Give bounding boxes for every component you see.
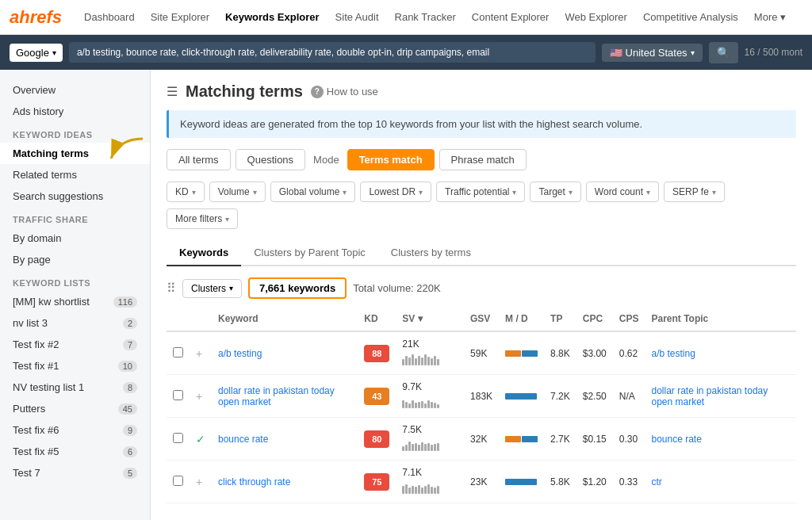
row-action-icon[interactable]: ✓ [196,433,205,445]
row-checkbox[interactable] [173,347,183,358]
sidebar-item-matching-terms[interactable]: Matching terms [0,143,150,164]
main-content: ☰ Matching terms ? How to use Keyword id… [151,70,812,520]
sidebar-item-kwlist-4[interactable]: NV testing list 18 [0,377,150,398]
nav-site-explorer[interactable]: Site Explorer [144,8,216,26]
sidebar-item-kwlist-1[interactable]: nv list 32 [0,312,150,334]
sidebar-item-kwlist-3[interactable]: Test fix #110 [0,355,150,377]
sidebar-item-kwlist-2[interactable]: Test fix #27 [0,334,150,355]
kd-badge: 80 [364,430,389,448]
keyword-link[interactable]: a/b testing [218,348,262,359]
tab-questions[interactable]: Questions [236,149,306,170]
sv-sparkline [402,350,439,365]
country-label: United States [626,47,688,59]
page-title: Matching terms [186,82,303,101]
nav-rank-tracker[interactable]: Rank Tracker [389,8,462,26]
parent-topic-link[interactable]: bounce rate [651,434,701,445]
row-parent-topic-cell: dollar rate in pakistan today open marke… [645,375,796,418]
row-action-cell[interactable]: + [190,461,212,503]
clusters-button[interactable]: Clusters ▾ [182,279,242,298]
sidebar-item-overview[interactable]: Overview [0,79,150,101]
md-bar [505,479,538,485]
engine-selector[interactable]: Google ▾ [10,44,63,62]
content-tab-keywords[interactable]: Keywords [167,240,241,266]
row-checkbox-cell[interactable] [167,418,190,461]
tab-phrase-match[interactable]: Phrase match [439,149,527,170]
filter-lowest-dr[interactable]: Lowest DR▾ [360,182,431,202]
sidebar-item-ads-history[interactable]: Ads history [0,101,150,122]
col-checkbox [167,307,190,331]
sidebar-item-related-terms[interactable]: Related terms [0,164,150,185]
col-keyword: Keyword [212,307,358,331]
row-action-icon[interactable]: + [196,390,202,403]
row-checkbox[interactable] [173,476,183,486]
keyword-search-input[interactable] [69,42,596,63]
filter-volume[interactable]: Volume▾ [209,182,266,202]
parent-topic-link[interactable]: ctr [651,476,661,488]
search-button[interactable]: 🔍 [709,42,738,63]
total-volume-label: Total volume: 220K [353,282,441,294]
filter-global-volume[interactable]: Global volume▾ [270,182,356,202]
row-checkbox-cell[interactable] [167,331,190,375]
row-checkbox[interactable] [173,433,183,443]
row-action-cell[interactable]: + [190,375,212,418]
row-checkbox-cell[interactable] [167,375,190,418]
engine-label: Google [16,47,49,59]
filter-serp-features[interactable]: SERP fe▾ [664,182,725,202]
how-to-use-link[interactable]: ? How to use [311,86,378,98]
row-action-cell[interactable]: + [190,331,212,375]
sidebar-item-search-suggestions[interactable]: Search suggestions [0,185,150,207]
nav-content-explorer[interactable]: Content Explorer [465,8,556,26]
tab-all-terms[interactable]: All terms [167,149,231,170]
nav-web-explorer[interactable]: Web Explorer [558,8,634,26]
row-keyword-cell: click through rate [212,461,358,503]
sidebar-section-keyword-ideas: Keyword ideas [0,122,150,143]
row-checkbox-cell[interactable] [167,461,190,503]
app-layout: Overview Ads history Keyword ideas Match… [0,70,812,520]
row-sv-cell: 7.1K [396,461,464,503]
more-filters-btn[interactable]: More filters▾ [167,208,238,229]
md-bar [505,436,538,442]
keywords-tbody: + a/b testing 88 21K 59K 8.8K $3.00 0.62… [167,331,796,503]
keyword-link[interactable]: dollar rate in pakistan today open marke… [218,385,335,407]
row-action-cell[interactable]: ✓ [190,418,212,461]
col-action [190,307,212,331]
content-tab-clusters-terms[interactable]: Clusters by terms [378,240,484,266]
sidebar-item-kwlist-7[interactable]: Test fix #56 [0,441,150,462]
sidebar-item-by-page[interactable]: By page [0,249,150,270]
keyword-link[interactable]: click through rate [218,476,290,488]
sidebar-item-kwlist-5[interactable]: Putters45 [0,398,150,419]
row-action-icon[interactable]: + [196,347,202,360]
filter-traffic-potential[interactable]: Traffic potential▾ [436,182,525,202]
nav-dashboard[interactable]: Dashboard [78,8,141,26]
parent-topic-link[interactable]: dollar rate in pakistan today open marke… [651,385,768,407]
country-selector[interactable]: 🇺🇸 United States ▾ [602,44,703,62]
sidebar-item-kwlist-8[interactable]: Test 75 [0,462,150,484]
row-md-cell [499,331,544,375]
nav-site-audit[interactable]: Site Audit [329,8,385,26]
row-checkbox[interactable] [173,390,183,400]
filter-tabs: All terms Questions Mode Terms match Phr… [167,149,796,170]
filter-word-count[interactable]: Word count▾ [586,182,659,202]
row-sv-cell: 21K [396,331,464,375]
parent-topic-link[interactable]: a/b testing [651,348,695,359]
sidebar-item-kwlist-0[interactable]: [MM] kw shortlist116 [0,291,150,312]
tab-terms-match[interactable]: Terms match [347,149,435,170]
nav-competitive-analysis[interactable]: Competitive Analysis [637,8,745,26]
sidebar-item-by-domain[interactable]: By domain [0,228,150,249]
row-cps-cell: N/A [613,375,645,418]
row-tp-cell: 5.8K [544,461,576,503]
filter-target[interactable]: Target▾ [530,182,580,202]
row-gsv-cell: 32K [464,418,499,461]
sidebar-item-kwlist-6[interactable]: Test fix #69 [0,419,150,441]
row-action-icon[interactable]: + [196,476,202,488]
chevron-icon: ▾ [419,188,423,197]
content-tab-clusters-parent[interactable]: Clusters by Parent Topic [241,240,378,266]
filter-kd[interactable]: KD▾ [167,182,205,202]
col-parent-topic: Parent Topic [645,307,796,331]
hamburger-icon[interactable]: ☰ [167,84,178,99]
nav-keywords-explorer[interactable]: Keywords Explorer [219,8,326,26]
keywords-count-button[interactable]: 7,661 keywords [248,277,347,299]
nav-more[interactable]: More ▾ [748,8,792,26]
keyword-link[interactable]: bounce rate [218,434,268,445]
col-kd: KD [358,307,396,331]
